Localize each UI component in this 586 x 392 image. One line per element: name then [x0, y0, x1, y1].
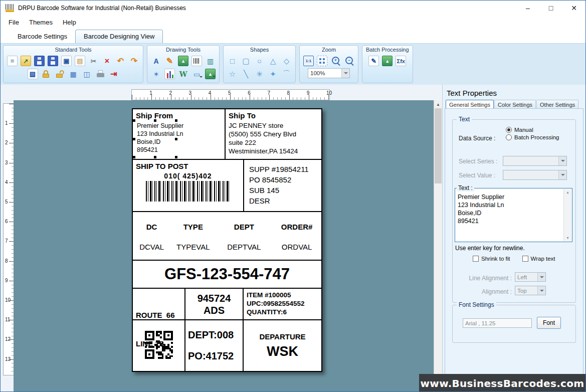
textarea-scrollbar[interactable]: ▲ ▼: [563, 189, 571, 241]
export-icon[interactable]: ⇥: [109, 69, 119, 79]
selection-handle[interactable]: [175, 156, 177, 158]
font-button[interactable]: Font: [537, 317, 561, 329]
tab-barcode-settings[interactable]: Barcode Settings: [10, 30, 75, 43]
radio-manual[interactable]: Manual: [506, 127, 559, 133]
tab-general-settings[interactable]: General Settings: [446, 100, 494, 109]
checkbox-icon[interactable]: [522, 256, 528, 262]
polygon-tool-icon[interactable]: ✶: [151, 69, 161, 79]
scroll-up-icon[interactable]: ▲: [566, 189, 569, 195]
shape-diamond-icon[interactable]: ◇: [281, 56, 292, 66]
canvas-vertical-scrollbar[interactable]: ▲ ▼: [434, 100, 442, 392]
redo-icon[interactable]: ↷: [129, 56, 139, 66]
ship-from-cell[interactable]: Ship From Premier Supplier 123 Industria…: [133, 109, 226, 159]
maximize-button[interactable]: □: [539, 1, 562, 16]
chart-bars-icon[interactable]: [164, 69, 175, 79]
unlock-icon[interactable]: [55, 69, 65, 79]
tracking-number-cell[interactable]: GFS-123-554-747: [133, 261, 321, 289]
ruler-number: 11: [5, 317, 10, 322]
ads-cell[interactable]: 945724 ADS: [185, 289, 244, 319]
tab-barcode-designing-view[interactable]: Barcode Designing View: [75, 30, 163, 43]
paste-icon[interactable]: ▤: [75, 56, 85, 66]
preview-icon[interactable]: ◫: [82, 69, 92, 79]
pencil-tool-icon[interactable]: ✎: [164, 56, 175, 66]
selection-handle[interactable]: [133, 119, 135, 122]
shape-triangle-icon[interactable]: △: [268, 56, 278, 66]
shrink-to-fit-checkbox[interactable]: Shrink to fit: [473, 256, 510, 262]
ship-to-post-cell[interactable]: SHIP TO POST 010( 425)402: [133, 160, 244, 211]
wrap-text-checkbox[interactable]: Wrap text: [522, 256, 555, 262]
scroll-down-icon[interactable]: ▼: [566, 235, 569, 241]
fit-page-icon[interactable]: [317, 56, 327, 66]
selection-handle[interactable]: [154, 119, 156, 122]
selection-handle[interactable]: [175, 138, 177, 140]
route-cell[interactable]: ROUTE 66 LINE 15: [133, 289, 185, 319]
tab-color-settings[interactable]: Color Settings: [494, 100, 536, 109]
image-tool-icon[interactable]: ▴: [178, 56, 188, 66]
selection-handle[interactable]: [175, 119, 177, 122]
copy-icon[interactable]: ▣: [61, 56, 72, 66]
print-icon[interactable]: [95, 69, 106, 79]
scrollbar-thumb[interactable]: [435, 108, 442, 183]
menu-help[interactable]: Help: [58, 17, 81, 28]
ship-to-cell[interactable]: Ship To JC PENNEY store (5500) 555 Chery…: [226, 109, 321, 159]
batch-image-icon[interactable]: ▴: [382, 56, 393, 66]
wordart-icon[interactable]: W: [178, 69, 188, 79]
shape-line-icon[interactable]: ╲: [241, 69, 251, 79]
qr-cell[interactable]: [133, 320, 185, 371]
checkbox-icon[interactable]: [473, 256, 479, 262]
shape-dropdown[interactable]: ▭: [191, 69, 202, 79]
selection-handle[interactable]: [133, 156, 135, 158]
selection-handle[interactable]: [133, 138, 135, 140]
close-button[interactable]: ✕: [562, 1, 585, 16]
batch-edit-icon[interactable]: ✎: [368, 56, 379, 66]
chevron-down-icon[interactable]: [341, 69, 349, 78]
dept-po-cell[interactable]: DEPT:008 PO:41752: [185, 320, 244, 371]
shape-square-icon[interactable]: □: [227, 56, 238, 66]
barcode-tool-icon[interactable]: [191, 56, 202, 66]
dc-type-dept-cell[interactable]: DC TYPE DEPT ORDER# DCVAL TYPEVAL DEPTVA…: [133, 212, 321, 261]
selected-text-object[interactable]: Premier Supplier 123 Industrial Ln Boise…: [134, 120, 177, 157]
shipping-barcode[interactable]: [146, 181, 230, 202]
shape-rounded-square-icon[interactable]: ▢: [241, 56, 251, 66]
shape-arc-icon[interactable]: ⌒: [281, 69, 292, 79]
shape-circle-icon[interactable]: ○: [254, 56, 265, 66]
menu-themes[interactable]: Themes: [24, 17, 58, 28]
cut-icon[interactable]: ✂: [88, 56, 99, 66]
group-label: Drawing Tools: [166, 46, 201, 53]
formula-icon[interactable]: Σfx: [396, 56, 406, 66]
actual-size-icon[interactable]: 1:1: [303, 56, 314, 66]
zoom-level-combo[interactable]: 100%: [308, 68, 350, 78]
chart-tool-icon[interactable]: ▥: [205, 56, 216, 66]
shape-star-icon[interactable]: ☆: [227, 69, 238, 79]
text-tool-icon[interactable]: A: [151, 56, 161, 66]
save-as-icon[interactable]: [48, 56, 58, 66]
delete-icon[interactable]: ×: [102, 56, 112, 66]
radio-batch-processing[interactable]: Batch Processing: [506, 134, 559, 140]
scroll-up-icon[interactable]: ▲: [434, 100, 442, 108]
menu-file[interactable]: File: [4, 17, 24, 28]
selection-handle[interactable]: [154, 156, 156, 158]
tab-other-settings[interactable]: Other Settings: [536, 100, 578, 109]
properties-panel: Text Properties General Settings Color S…: [442, 85, 586, 392]
radio-manual-icon[interactable]: [506, 127, 512, 133]
zoom-in-icon[interactable]: [330, 56, 341, 66]
qr-code[interactable]: [145, 331, 173, 361]
new-icon[interactable]: ≡: [7, 56, 18, 66]
minimize-button[interactable]: –: [516, 1, 539, 16]
undo-icon[interactable]: ↶: [115, 56, 126, 66]
departure-cell[interactable]: DEPARTURE WSK: [244, 320, 321, 371]
zoom-out-icon[interactable]: [344, 56, 354, 66]
text-input[interactable]: Premier Supplier 123 Industrial Ln Boise…: [457, 192, 563, 241]
shape-burst-icon[interactable]: ✳: [254, 69, 265, 79]
shape-spark-icon[interactable]: ✦: [268, 69, 278, 79]
order-info-cell[interactable]: SUPP #19854211 PO 8545852 SUB 145 DESR: [244, 160, 321, 211]
picture-dropdown[interactable]: ▴: [205, 69, 216, 79]
item-cell[interactable]: ITEM #100005 UPC:09582554552 QUANTITY:6: [244, 289, 321, 319]
duplicate-icon[interactable]: ▧: [28, 69, 38, 79]
grid-icon[interactable]: ▦: [68, 69, 79, 79]
lock-icon[interactable]: [41, 69, 52, 79]
open-icon[interactable]: ↗: [21, 56, 31, 66]
save-icon[interactable]: [34, 56, 45, 66]
radio-batch-icon[interactable]: [506, 134, 512, 140]
shipping-label[interactable]: Ship From Premier Supplier 123 Industria…: [132, 108, 322, 372]
